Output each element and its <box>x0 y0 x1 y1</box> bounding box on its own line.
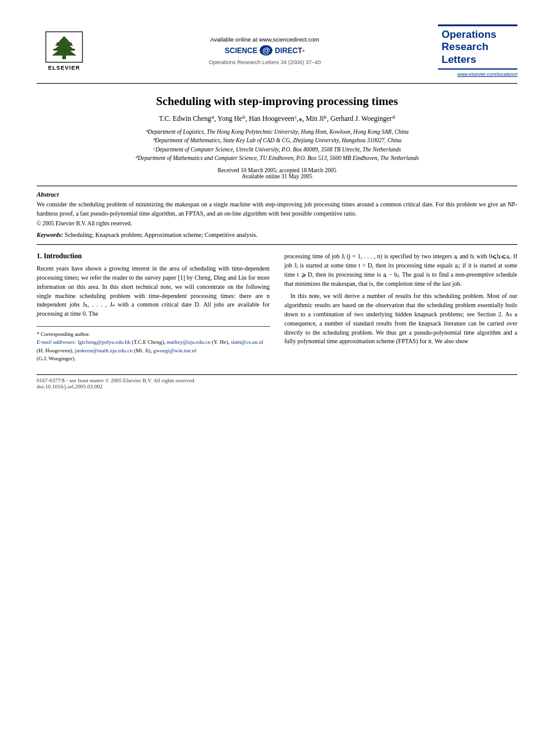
orl-box: Operations Research Letters <box>438 24 517 70</box>
email1: lgtcheng@polyu.edu.hk <box>78 339 130 345</box>
orl-website: www.elsevier.com/locate/orl <box>438 71 517 77</box>
elsevier-tree-icon <box>45 31 83 63</box>
name3: (H. Hoogeveen), <box>37 347 73 354</box>
science-text: SCIENCE <box>225 46 257 55</box>
abstract-section: Abstract We consider the scheduling prob… <box>37 191 517 227</box>
name1: (T.C.E Cheng), <box>132 339 166 345</box>
issn-text: 0167-6377/$ - see front matter © 2005 El… <box>37 377 517 383</box>
name2: (Y. He), <box>212 339 230 345</box>
keywords-text: Scheduling; Knapsack problem; Approximat… <box>65 231 258 238</box>
right-para1: processing time of job Jⱼ (j = 1, . . . … <box>285 252 518 288</box>
email2: mathey@zju.edu.cn <box>167 339 211 345</box>
affiliation-a: ᵃDepartment of Logistics, The Hong Kong … <box>37 128 517 136</box>
paper-title: Scheduling with step-improving processin… <box>37 95 517 108</box>
abstract-label: Abstract <box>37 191 517 198</box>
email-line: E-mail addresses: lgtcheng@polyu.edu.hk … <box>37 338 270 355</box>
journal-header: ELSEVIER Available online at www.science… <box>37 24 517 77</box>
keywords-divider <box>37 244 517 245</box>
affiliation-b: ᵇDepartment of Mathematics, State Key La… <box>37 136 517 145</box>
email5: gwoegi@win.tue.nl <box>153 347 197 354</box>
at-icon: @ <box>260 45 272 56</box>
affiliation-c: ᶜDepartment of Computer Science, Utrecht… <box>37 145 517 154</box>
keywords: Keywords: Scheduling; Knapsack problem; … <box>37 231 517 238</box>
section1-para1: Recent years have shown a growing intere… <box>37 264 270 319</box>
svg-point-6 <box>70 42 72 44</box>
footnote-area: * Corresponding author. E-mail addresses… <box>37 326 270 363</box>
elsevier-logo: ELSEVIER <box>37 31 92 71</box>
right-para2: In this note, we will derive a number of… <box>285 292 518 346</box>
svg-point-7 <box>54 48 56 50</box>
page-footer: 0167-6377/$ - see front matter © 2005 El… <box>37 374 517 390</box>
svg-point-5 <box>57 42 59 44</box>
corresponding-note: * Corresponding author. <box>37 330 270 339</box>
email3: slam@cs.uu.nl <box>231 339 263 345</box>
keywords-label: Keywords: <box>37 231 63 238</box>
author-list: T.C. Edwin Chengᵃ, Yong Heᵇ, Han Hoogeve… <box>159 115 395 122</box>
affiliations: ᵃDepartment of Logistics, The Hong Kong … <box>37 128 517 162</box>
emails-label: E-mail addresses: <box>37 339 76 345</box>
elsevier-label: ELSEVIER <box>48 65 81 71</box>
received-text: Received 10 March 2005; accepted 18 Marc… <box>37 167 517 173</box>
authors-line: T.C. Edwin Chengᵃ, Yong Heᵇ, Han Hoogeve… <box>37 114 517 123</box>
abstract-text: We consider the scheduling problem of mi… <box>37 201 517 217</box>
section1-right-body: processing time of job Jⱼ (j = 1, . . . … <box>285 252 518 346</box>
section1-title: 1. Introduction <box>37 252 270 260</box>
journal-volume-info: Operations Research Letters 34 (2006) 37… <box>104 59 426 65</box>
center-header: Available online at www.sciencedirect.co… <box>104 36 426 65</box>
abstract-body: We consider the scheduling problem of mi… <box>37 200 517 218</box>
orl-title: Operations Research Letters <box>442 29 514 66</box>
name5b: (G.J. Woeginger). <box>37 355 270 363</box>
received-dates: Received 10 March 2005; accepted 18 Marc… <box>37 167 517 180</box>
email4: jimkeen@math.zju.edu.cn <box>75 347 133 354</box>
header-divider <box>37 83 517 84</box>
name4: (Mi. Ji), <box>134 347 151 354</box>
main-content: 1. Introduction Recent years have shown … <box>37 252 517 363</box>
direct-text: DIRECT• <box>275 46 305 55</box>
sciencedirect-logo: SCIENCE @ DIRECT• <box>104 45 426 56</box>
orl-logo: Operations Research Letters www.elsevier… <box>438 24 517 77</box>
left-column: 1. Introduction Recent years have shown … <box>37 252 270 363</box>
doi-text: doi:10.1016/j.orl.2005.03.002 <box>37 383 517 390</box>
svg-point-8 <box>73 48 75 50</box>
right-column: processing time of job Jⱼ (j = 1, . . . … <box>285 252 518 363</box>
available-online-text: Available online at www.sciencedirect.co… <box>104 36 426 43</box>
affiliation-d: ᵈDepartment of Mathematics and Computer … <box>37 154 517 162</box>
section1-body: Recent years have shown a growing intere… <box>37 264 270 319</box>
available-online-date: Available online 31 May 2005 <box>37 173 517 180</box>
abstract-divider <box>37 186 517 186</box>
copyright-text: © 2005 Elsevier B.V. All rights reserved… <box>37 220 517 227</box>
